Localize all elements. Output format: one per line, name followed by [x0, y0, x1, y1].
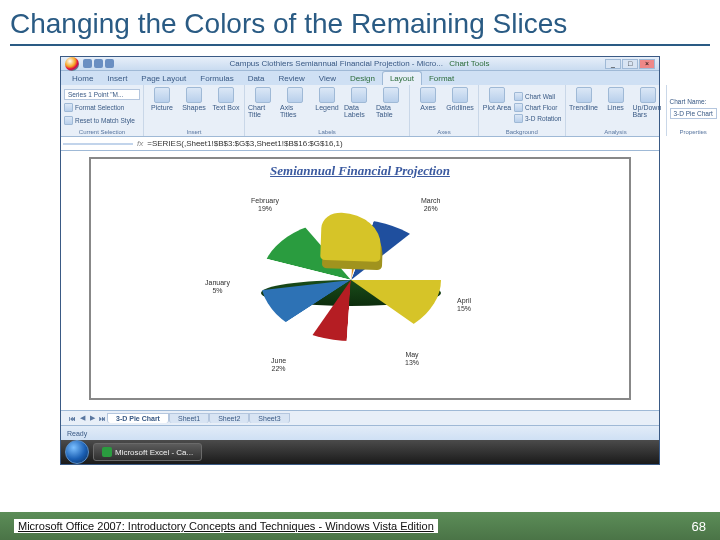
- trendline-button[interactable]: Trendline: [569, 87, 599, 128]
- data-label-february[interactable]: February19%: [251, 197, 279, 212]
- slice-march[interactable]: [351, 280, 441, 341]
- start-button[interactable]: [65, 440, 89, 464]
- tab-insert[interactable]: Insert: [100, 72, 134, 85]
- taskbar: Microsoft Excel - Ca...: [61, 440, 659, 464]
- reset-style-label: Reset to Match Style: [75, 117, 135, 124]
- format-selection-button[interactable]: Format Selection: [64, 102, 140, 113]
- chart-name-label: Chart Name:: [670, 97, 717, 106]
- lines-icon: [608, 87, 624, 103]
- chart-title-text[interactable]: Semiannual Financial Projection: [91, 159, 629, 183]
- group-label-insert: Insert: [147, 128, 241, 135]
- data-label-april[interactable]: April15%: [457, 297, 471, 312]
- tab-layout[interactable]: Layout: [382, 71, 422, 85]
- tab-nav-first-icon[interactable]: ⏮: [67, 415, 77, 422]
- sheet-tab-2[interactable]: Sheet2: [209, 413, 249, 423]
- minimize-button[interactable]: _: [605, 59, 621, 69]
- fx-icon[interactable]: fx: [137, 139, 143, 148]
- slice-march-exploded[interactable]: [320, 212, 382, 262]
- formula-text[interactable]: =SERIES(,Sheet1!$B$3:$G$3,Sheet1!$B$16:$…: [147, 139, 657, 148]
- taskbar-item-excel[interactable]: Microsoft Excel - Ca...: [93, 443, 202, 461]
- group-analysis: Trendline Lines Up/Down Bars Analysis: [566, 85, 667, 136]
- axis-titles-button[interactable]: Axis Titles: [280, 87, 310, 128]
- textbox-button[interactable]: Text Box: [211, 87, 241, 128]
- data-labels-label: Data Labels: [344, 104, 374, 118]
- data-label-january[interactable]: January5%: [205, 279, 230, 294]
- gridlines-icon: [452, 87, 468, 103]
- tab-view[interactable]: View: [312, 72, 343, 85]
- legend-button[interactable]: Legend: [312, 87, 342, 128]
- tab-nav-last-icon[interactable]: ⏭: [97, 415, 107, 422]
- tab-home[interactable]: Home: [65, 72, 100, 85]
- tab-nav-prev-icon[interactable]: ◀: [77, 414, 87, 422]
- group-label-analysis: Analysis: [569, 128, 663, 135]
- data-label-june[interactable]: June22%: [271, 357, 286, 372]
- redo-icon[interactable]: [105, 59, 114, 68]
- updown-button[interactable]: Up/Down Bars: [633, 87, 663, 128]
- chart-wall-button[interactable]: Chart Wall: [514, 91, 562, 102]
- format-selection-icon: [64, 103, 73, 112]
- data-table-button[interactable]: Data Table: [376, 87, 406, 128]
- tab-page-layout[interactable]: Page Layout: [134, 72, 193, 85]
- group-insert: Picture Shapes Text Box Insert: [144, 85, 245, 136]
- tab-design[interactable]: Design: [343, 72, 382, 85]
- group-labels: Chart Title Axis Titles Legend Data Labe…: [245, 85, 410, 136]
- data-label-may[interactable]: May13%: [405, 351, 419, 366]
- trendline-label: Trendline: [569, 104, 598, 111]
- group-label-current-selection: Current Selection: [64, 128, 140, 135]
- chart-name-input[interactable]: 3-D Pie Chart: [670, 108, 717, 119]
- axes-button[interactable]: Axes: [413, 87, 443, 128]
- format-selection-label: Format Selection: [75, 104, 124, 111]
- contextual-title: Chart Tools: [449, 59, 489, 68]
- plot-area-button[interactable]: Plot Area: [482, 87, 512, 128]
- tab-format[interactable]: Format: [422, 72, 461, 85]
- chart-title-button[interactable]: Chart Title: [248, 87, 278, 128]
- updown-icon: [640, 87, 656, 103]
- picture-label: Picture: [151, 104, 173, 111]
- close-button[interactable]: ×: [639, 59, 655, 69]
- sheet-tab-3[interactable]: Sheet3: [249, 413, 289, 423]
- group-label-axes: Axes: [413, 128, 475, 135]
- maximize-button[interactable]: □: [622, 59, 638, 69]
- tab-nav-next-icon[interactable]: ▶: [87, 414, 97, 422]
- chart-element-selector[interactable]: Series 1 Point "M...: [64, 89, 140, 100]
- chart-sheet[interactable]: Semiannual Financial Projection February…: [61, 151, 659, 411]
- undo-icon[interactable]: [94, 59, 103, 68]
- gridlines-button[interactable]: Gridlines: [445, 87, 475, 128]
- lines-button[interactable]: Lines: [601, 87, 631, 128]
- excel-window: Campus Clothiers Semiannual Financial Pr…: [60, 56, 660, 465]
- excel-icon: [102, 447, 112, 457]
- picture-icon: [154, 87, 170, 103]
- chart-object[interactable]: Semiannual Financial Projection February…: [89, 157, 631, 400]
- save-icon[interactable]: [83, 59, 92, 68]
- chart-wall-label: Chart Wall: [525, 93, 555, 100]
- rotation-button[interactable]: 3-D Rotation: [514, 113, 562, 124]
- name-box[interactable]: [63, 143, 133, 145]
- group-properties: Chart Name: 3-D Pie Chart Properties: [667, 85, 721, 136]
- sheet-tab-1[interactable]: Sheet1: [169, 413, 209, 423]
- office-button[interactable]: [65, 57, 79, 71]
- sheet-tabs: ⏮ ◀ ▶ ⏭ 3-D Pie Chart Sheet1 Sheet2 Shee…: [61, 411, 659, 426]
- reset-style-button[interactable]: Reset to Match Style: [64, 115, 140, 126]
- data-label-march[interactable]: March26%: [421, 197, 440, 212]
- shapes-button[interactable]: Shapes: [179, 87, 209, 128]
- axis-titles-icon: [287, 87, 303, 103]
- plot-area-label: Plot Area: [483, 104, 511, 111]
- legend-icon: [319, 87, 335, 103]
- chart-floor-button[interactable]: Chart Floor: [514, 102, 562, 113]
- footer-text: Microsoft Office 2007: Introductory Conc…: [14, 519, 438, 533]
- legend-label: Legend: [315, 104, 338, 111]
- pie-3d[interactable]: [261, 219, 441, 349]
- page-number: 68: [692, 519, 706, 534]
- tab-review[interactable]: Review: [272, 72, 312, 85]
- axis-titles-label: Axis Titles: [280, 104, 310, 118]
- tab-formulas[interactable]: Formulas: [193, 72, 240, 85]
- chart-floor-icon: [514, 103, 523, 112]
- axes-icon: [420, 87, 436, 103]
- pie-chart[interactable]: February19% March26% April15% May13% Jun…: [211, 199, 491, 389]
- sheet-tab-pie[interactable]: 3-D Pie Chart: [107, 413, 169, 423]
- status-bar: Ready: [61, 426, 659, 440]
- group-label-properties: Properties: [670, 128, 717, 135]
- tab-data[interactable]: Data: [241, 72, 272, 85]
- picture-button[interactable]: Picture: [147, 87, 177, 128]
- data-labels-button[interactable]: Data Labels: [344, 87, 374, 128]
